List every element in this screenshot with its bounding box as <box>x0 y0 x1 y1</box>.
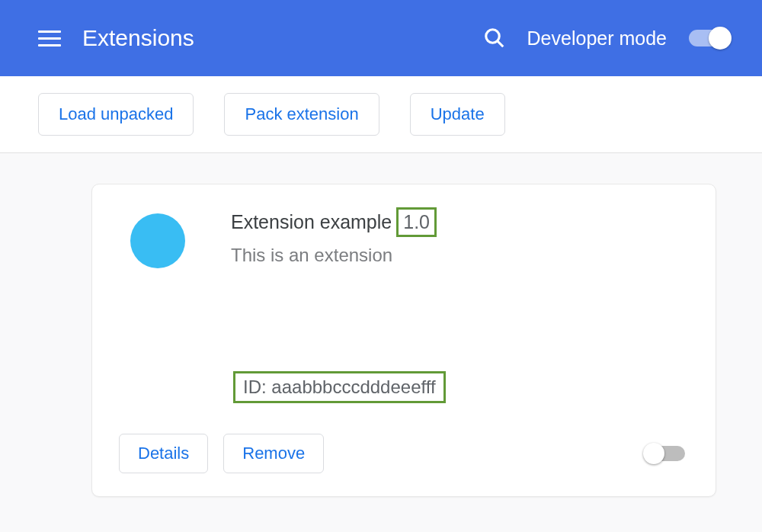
svg-line-1 <box>497 41 503 47</box>
developer-toolbar: Load unpacked Pack extension Update <box>0 76 762 153</box>
content-area: Extension example 1.0 This is an extensi… <box>0 153 762 532</box>
extension-name: Extension example <box>231 211 392 233</box>
extension-description: This is an extension <box>231 245 437 266</box>
remove-button[interactable]: Remove <box>223 434 324 473</box>
update-button[interactable]: Update <box>410 93 505 136</box>
extension-card: Extension example 1.0 This is an extensi… <box>91 184 716 497</box>
extension-icon <box>130 213 185 268</box>
developer-mode-label: Developer mode <box>527 27 667 50</box>
load-unpacked-button[interactable]: Load unpacked <box>38 93 194 136</box>
details-button[interactable]: Details <box>119 434 208 473</box>
extension-enable-toggle[interactable] <box>643 442 689 465</box>
extension-id: ID: aaabbbcccdddeeefff <box>233 371 446 403</box>
app-header: Extensions Developer mode <box>0 0 762 76</box>
pack-extension-button[interactable]: Pack extension <box>224 93 379 136</box>
developer-mode-toggle[interactable] <box>686 27 732 50</box>
svg-point-0 <box>485 30 499 43</box>
extension-version: 1.0 <box>396 207 437 237</box>
search-icon[interactable] <box>483 27 506 50</box>
menu-icon[interactable] <box>38 30 61 46</box>
page-title: Extensions <box>82 25 194 51</box>
